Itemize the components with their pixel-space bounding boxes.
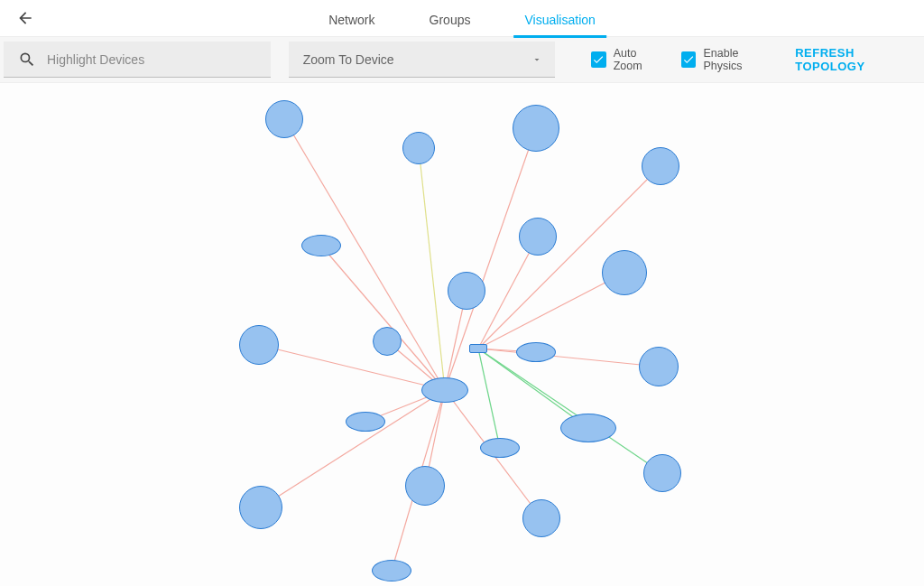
graph-node-n20[interactable]: [372, 560, 411, 581]
tab-bar: Network Groups Visualisation: [323, 2, 601, 34]
header-bar: Network Groups Visualisation: [0, 0, 924, 36]
checkmark-icon: [682, 53, 695, 66]
graph-node-n1[interactable]: [265, 100, 303, 138]
graph-node-n17[interactable]: [405, 466, 445, 506]
svg-line-5: [321, 246, 445, 390]
graph-node-n11[interactable]: [516, 342, 556, 362]
graph-node-n5[interactable]: [519, 218, 557, 256]
graph-node-n15[interactable]: [480, 438, 520, 458]
graph-node-n6[interactable]: [301, 235, 341, 256]
graph-center-rect[interactable]: [469, 344, 487, 353]
checkmark-icon: [592, 53, 605, 66]
graph-node-n4[interactable]: [642, 147, 679, 185]
back-button[interactable]: [7, 0, 43, 36]
graph-node-n9[interactable]: [373, 327, 402, 356]
highlight-search: [4, 42, 271, 78]
svg-line-14: [478, 349, 500, 448]
graph-node-n2[interactable]: [402, 132, 435, 164]
graph-node-n7[interactable]: [602, 250, 647, 295]
topology-canvas[interactable]: [0, 83, 924, 586]
svg-line-11: [478, 349, 659, 367]
auto-zoom-label: Auto Zoom: [614, 47, 663, 72]
tab-visualisation[interactable]: Visualisation: [519, 4, 600, 36]
zoom-to-device-select[interactable]: Zoom To Device: [289, 42, 556, 78]
edge-layer: [0, 83, 924, 586]
graph-node-n13[interactable]: [346, 412, 385, 432]
graph-node-n14[interactable]: [560, 414, 616, 442]
graph-node-n19[interactable]: [522, 499, 560, 537]
search-icon: [18, 51, 36, 69]
graph-node-n8[interactable]: [448, 272, 485, 310]
graph-node-n10[interactable]: [239, 325, 279, 365]
graph-node-n3[interactable]: [513, 105, 559, 152]
tab-network[interactable]: Network: [323, 4, 380, 36]
toolbar: Zoom To Device Auto Zoom Enable Physics …: [0, 36, 924, 83]
svg-line-6: [478, 273, 624, 349]
enable-physics-group: Enable Physics: [681, 47, 773, 72]
highlight-input[interactable]: [47, 52, 256, 67]
enable-physics-checkbox[interactable]: [681, 51, 696, 68]
refresh-topology-button[interactable]: REFRESH TOPOLOGY: [795, 46, 917, 73]
dropdown-icon: [531, 54, 542, 65]
arrow-left-icon: [16, 9, 34, 27]
auto-zoom-group: Auto Zoom: [591, 47, 663, 72]
graph-hub-node[interactable]: [421, 377, 468, 403]
auto-zoom-checkbox[interactable]: [591, 51, 605, 68]
graph-node-n16[interactable]: [643, 454, 681, 492]
svg-line-9: [259, 345, 445, 390]
graph-node-n18[interactable]: [239, 486, 282, 529]
tab-groups[interactable]: Groups: [424, 4, 476, 36]
zoom-to-device-label: Zoom To Device: [303, 52, 394, 67]
enable-physics-label: Enable Physics: [703, 47, 773, 72]
svg-line-1: [419, 148, 445, 390]
graph-node-n12[interactable]: [639, 347, 679, 386]
